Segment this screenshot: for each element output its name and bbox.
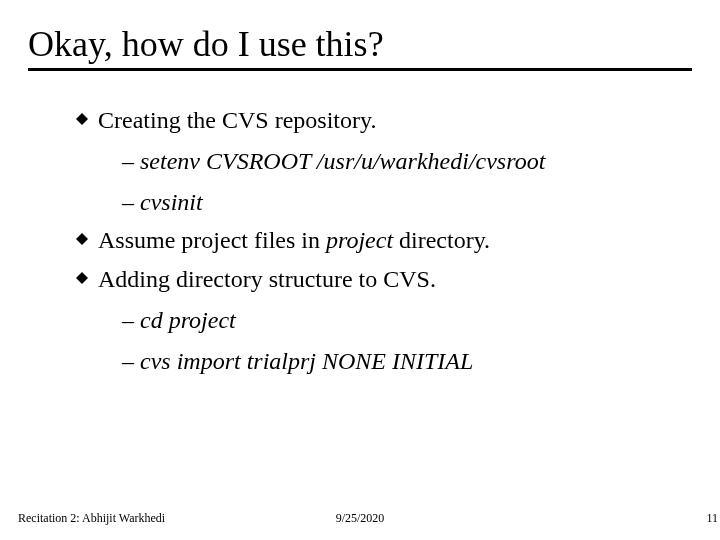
bullet-item: Adding directory structure to CVS. [98,265,692,294]
dash-bullet-icon: – [122,348,134,374]
bullet-text: Adding directory structure to CVS. [98,266,436,292]
bullet-text-italic: project [326,227,393,253]
svg-marker-0 [76,113,88,125]
svg-marker-2 [76,272,88,284]
slide: Okay, how do I use this? Creating the CV… [0,0,720,540]
slide-title: Okay, how do I use this? [28,26,692,71]
sub-bullet-text: cd project [140,307,236,333]
svg-marker-1 [76,233,88,245]
footer-page-number: 11 [706,511,718,526]
slide-body: Creating the CVS repository. –setenv CVS… [98,96,692,384]
sub-bullet-text: cvs import trialprj NONE INITIAL [140,348,473,374]
sub-bullet-item: –cvs import trialprj NONE INITIAL [122,347,692,376]
bullet-text-post: directory. [393,227,490,253]
diamond-bullet-icon [76,272,88,284]
sub-bullet-text: setenv CVSROOT /usr/u/warkhedi/cvsroot [140,148,545,174]
footer-date: 9/25/2020 [0,511,720,526]
diamond-bullet-icon [76,233,88,245]
dash-bullet-icon: – [122,189,134,215]
bullet-item: Assume project files in project director… [98,226,692,255]
diamond-bullet-icon [76,113,88,125]
sub-bullet-text: cvsinit [140,189,203,215]
bullet-text-pre: Assume project files in [98,227,326,253]
bullet-text: Creating the CVS repository. [98,107,376,133]
sub-bullet-item: –cd project [122,306,692,335]
dash-bullet-icon: – [122,307,134,333]
sub-bullet-item: –setenv CVSROOT /usr/u/warkhedi/cvsroot [122,147,692,176]
bullet-item: Creating the CVS repository. [98,106,692,135]
dash-bullet-icon: – [122,148,134,174]
sub-bullet-item: –cvsinit [122,188,692,217]
